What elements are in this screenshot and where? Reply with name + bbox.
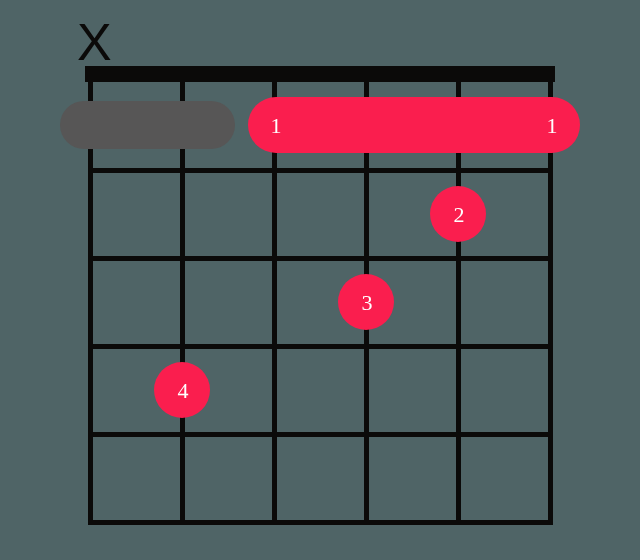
- fret-line-2: [88, 256, 553, 261]
- barre-finger-1: [248, 97, 580, 153]
- fret-line-4: [88, 432, 553, 437]
- muted-barre-segment: [60, 101, 235, 149]
- fret-line-1: [88, 168, 553, 173]
- barre-label-left: 1: [271, 113, 282, 139]
- mute-mark-string6: X: [77, 12, 112, 72]
- barre-label-right: 1: [547, 113, 558, 139]
- nut: [85, 66, 555, 82]
- fret-line-3: [88, 344, 553, 349]
- finger-4-label: 4: [178, 378, 189, 404]
- finger-3-label: 3: [362, 290, 373, 316]
- finger-2-label: 2: [454, 202, 465, 228]
- fret-line-5: [88, 520, 553, 525]
